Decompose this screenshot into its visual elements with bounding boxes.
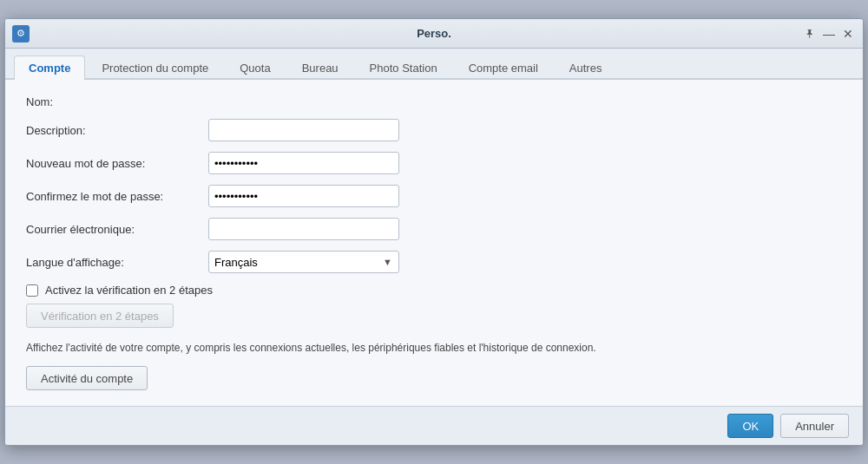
main-window: ⚙ Perso. 🖈 — ✕ Compte Protection du comp… xyxy=(4,18,864,446)
tab-compte[interactable]: Compte xyxy=(14,56,85,80)
description-input[interactable] xyxy=(208,119,399,141)
content-area: Nom: Description: Nouveau mot de passe: … xyxy=(5,80,863,406)
checkbox-label: Activez la vérification en 2 étapes xyxy=(45,284,213,297)
tab-bureau[interactable]: Bureau xyxy=(287,56,353,80)
courrier-row: Courrier électronique: xyxy=(26,218,842,240)
langue-label: Langue d'affichage: xyxy=(26,256,208,269)
tab-autres[interactable]: Autres xyxy=(555,56,617,80)
titlebar-controls: 🖈 — ✕ xyxy=(802,26,856,42)
tabs-bar: Compte Protection du compte Quota Bureau… xyxy=(5,49,863,80)
verification-button[interactable]: Vérification en 2 étapes xyxy=(26,304,174,328)
nouveau-mdp-input[interactable] xyxy=(208,152,399,174)
confirm-mdp-input[interactable] xyxy=(208,185,399,207)
nouveau-mdp-label: Nouveau mot de passe: xyxy=(26,157,208,170)
langue-row: Langue d'affichage: Français English Deu… xyxy=(26,251,842,273)
verification-checkbox[interactable] xyxy=(26,284,38,297)
activity-button[interactable]: Activité du compte xyxy=(26,366,148,390)
cancel-button[interactable]: Annuler xyxy=(780,414,849,438)
verification-checkbox-row: Activez la vérification en 2 étapes xyxy=(26,284,842,297)
footer: OK Annuler xyxy=(5,406,863,445)
app-icon: ⚙ xyxy=(12,25,30,42)
tab-quota[interactable]: Quota xyxy=(225,56,285,80)
langue-select-wrapper: Français English Deutsch Español Italian… xyxy=(208,251,399,273)
window-title: Perso. xyxy=(417,27,451,40)
nouveau-mdp-row: Nouveau mot de passe: xyxy=(26,152,842,174)
titlebar: ⚙ Perso. 🖈 — ✕ xyxy=(5,19,863,49)
description-row: Description: xyxy=(26,119,842,141)
pin-button[interactable]: 🖈 xyxy=(802,26,818,42)
confirm-mdp-label: Confirmez le mot de passe: xyxy=(26,190,208,203)
description-label: Description: xyxy=(26,124,208,137)
nom-label: Nom: xyxy=(26,95,208,108)
ok-button[interactable]: OK xyxy=(727,414,773,438)
info-text: Affichez l'activité de votre compte, y c… xyxy=(26,340,842,356)
langue-select[interactable]: Français English Deutsch Español Italian… xyxy=(208,251,399,273)
confirm-mdp-row: Confirmez le mot de passe: xyxy=(26,185,842,207)
close-button[interactable]: ✕ xyxy=(840,26,856,42)
courrier-label: Courrier électronique: xyxy=(26,223,208,236)
app-icon-symbol: ⚙ xyxy=(16,28,25,39)
tab-photo-station[interactable]: Photo Station xyxy=(355,56,452,80)
nom-row: Nom: xyxy=(26,95,842,108)
minimize-button[interactable]: — xyxy=(821,26,837,42)
tab-compte-email[interactable]: Compte email xyxy=(454,56,553,80)
tab-protection[interactable]: Protection du compte xyxy=(87,56,223,80)
courrier-input[interactable] xyxy=(208,218,399,240)
titlebar-left: ⚙ xyxy=(12,25,30,42)
